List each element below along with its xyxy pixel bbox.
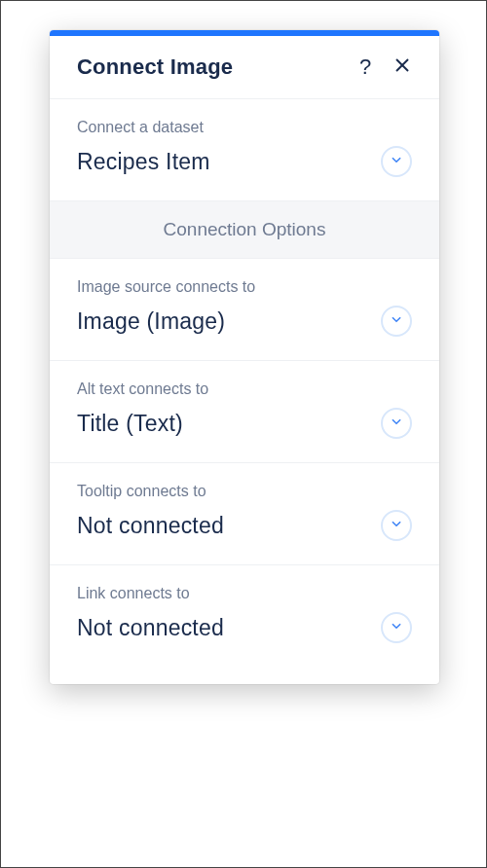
field-image-source: Image source connects to Image (Image) — [50, 259, 439, 361]
close-icon — [393, 56, 411, 78]
field-select[interactable]: Title (Text) — [77, 404, 412, 449]
field-value: Not connected — [77, 615, 224, 641]
field-value: Image (Image) — [77, 308, 225, 335]
field-dropdown-button[interactable] — [381, 408, 412, 439]
help-button[interactable]: ? — [352, 54, 379, 81]
dataset-value: Recipes Item — [77, 149, 210, 175]
connect-image-panel: Connect Image ? Connect a dataset Recipe… — [50, 30, 439, 684]
field-tooltip: Tooltip connects to Not connected — [50, 463, 439, 565]
field-label: Image source connects to — [77, 278, 412, 296]
dataset-label: Connect a dataset — [77, 119, 412, 136]
field-select[interactable]: Not connected — [77, 608, 412, 653]
chevron-down-icon — [390, 619, 403, 636]
field-select[interactable]: Not connected — [77, 506, 412, 551]
dataset-section: Connect a dataset Recipes Item — [50, 99, 439, 201]
options-banner: Connection Options — [50, 201, 439, 259]
field-label: Link connects to — [77, 585, 412, 602]
help-icon: ? — [359, 54, 371, 80]
close-button[interactable] — [389, 54, 416, 81]
field-link: Link connects to Not connected — [50, 565, 439, 684]
field-value: Not connected — [77, 513, 224, 539]
field-select[interactable]: Image (Image) — [77, 302, 412, 346]
chevron-down-icon — [390, 153, 403, 170]
panel-title: Connect Image — [77, 54, 342, 80]
app-frame: Connect Image ? Connect a dataset Recipe… — [0, 0, 487, 868]
dataset-select[interactable]: Recipes Item — [77, 142, 412, 187]
field-dropdown-button[interactable] — [381, 612, 412, 643]
field-dropdown-button[interactable] — [381, 510, 412, 541]
field-alt-text: Alt text connects to Title (Text) — [50, 361, 439, 463]
field-value: Title (Text) — [77, 411, 183, 437]
panel-header: Connect Image ? — [50, 36, 439, 99]
dataset-dropdown-button[interactable] — [381, 146, 412, 177]
chevron-down-icon — [390, 517, 403, 534]
field-dropdown-button[interactable] — [381, 306, 412, 337]
chevron-down-icon — [390, 312, 403, 330]
chevron-down-icon — [390, 415, 403, 432]
field-label: Alt text connects to — [77, 380, 412, 398]
field-label: Tooltip connects to — [77, 483, 412, 500]
